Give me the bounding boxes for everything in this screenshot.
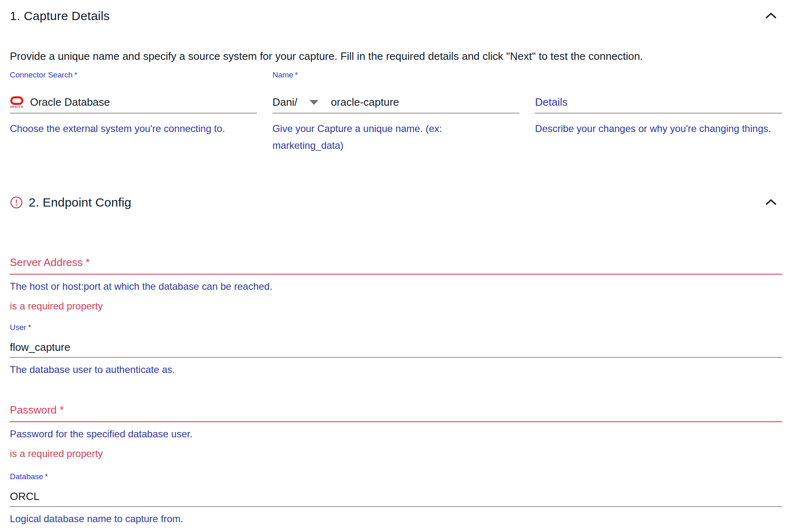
name-value: oracle-capture — [331, 96, 399, 109]
name-label: Name* — [273, 70, 520, 80]
connector-search-input[interactable]: ORACLE Oracle Database — [10, 96, 257, 114]
required-asterisk: * — [74, 70, 77, 79]
chevron-up-icon — [765, 198, 777, 207]
details-input[interactable]: Details — [535, 96, 782, 114]
database-helper: Logical database name to capture from. — [10, 512, 782, 526]
name-input[interactable]: Dani/ oracle-capture — [273, 96, 520, 114]
capture-details-header: 1. Capture Details — [0, 0, 796, 24]
connector-search-helper: Choose the external system you're connec… — [10, 120, 257, 137]
server-address-input[interactable]: Server Address * — [10, 256, 782, 275]
name-prefix-select[interactable]: Dani/ — [273, 96, 319, 109]
connector-search-field: Connector Search* ORACLE Oracle Database… — [10, 70, 257, 154]
name-prefix-value: Dani/ — [273, 96, 298, 109]
user-label: User* — [10, 323, 782, 332]
oracle-ring-shape — [10, 96, 23, 105]
endpoint-config-title-text: 2. Endpoint Config — [29, 195, 131, 210]
server-address-error: is a required property — [10, 299, 782, 313]
details-label-spacer — [535, 70, 782, 80]
capture-create-page: 1. Capture Details Provide a unique name… — [0, 0, 796, 532]
required-asterisk: * — [59, 404, 64, 416]
capture-details-collapse-button[interactable] — [764, 9, 778, 23]
endpoint-config-collapse-button[interactable] — [764, 196, 778, 209]
database-label: Database* — [10, 472, 782, 481]
password-field: Password * Password for the specified da… — [10, 404, 782, 461]
capture-details-title: 1. Capture Details — [10, 8, 110, 24]
user-field: User* flow_capture The database user to … — [10, 323, 782, 377]
server-address-field: Server Address * The host or host:port a… — [10, 256, 782, 313]
details-label: Details — [535, 96, 567, 109]
password-input[interactable]: Password * — [10, 404, 782, 422]
caret-down-icon — [309, 100, 318, 105]
user-helper: The database user to authenticate as. — [10, 363, 782, 377]
name-helper: Give your Capture a unique name. (ex: ma… — [273, 120, 473, 154]
capture-details-fields: Connector Search* ORACLE Oracle Database… — [10, 70, 782, 154]
details-helper: Describe your changes or why you're chan… — [535, 120, 773, 137]
chevron-up-icon — [765, 12, 777, 20]
alert-circle-icon — [10, 196, 23, 209]
database-input[interactable]: ORCL — [10, 490, 782, 507]
endpoint-config-header: 2. Endpoint Config — [0, 195, 796, 210]
details-field: Details Describe your changes or why you… — [535, 70, 782, 154]
capture-details-description: Provide a unique name and specify a sour… — [10, 49, 786, 63]
required-asterisk: * — [86, 256, 90, 268]
capture-details-title-text: 1. Capture Details — [10, 8, 110, 24]
server-address-helper: The host or host:port at which the datab… — [10, 280, 782, 293]
database-field: Database* ORCL Logical database name to … — [10, 472, 782, 526]
oracle-logo-word: ORACLE — [10, 105, 23, 108]
endpoint-config-title: 2. Endpoint Config — [10, 195, 131, 210]
password-helper: Password for the specified database user… — [10, 427, 782, 441]
password-error: is a required property — [10, 447, 782, 461]
user-input[interactable]: flow_capture — [10, 341, 782, 358]
required-asterisk: * — [295, 70, 298, 79]
required-asterisk: * — [45, 472, 48, 481]
oracle-logo-icon: ORACLE — [10, 96, 23, 108]
server-address-label: Server Address * — [10, 256, 90, 268]
connector-search-label: Connector Search* — [10, 70, 257, 80]
required-asterisk: * — [28, 323, 31, 332]
name-field: Name* Dani/ oracle-capture Give your Cap… — [273, 70, 520, 154]
password-label: Password * — [10, 404, 64, 416]
connector-search-value: Oracle Database — [30, 96, 110, 109]
